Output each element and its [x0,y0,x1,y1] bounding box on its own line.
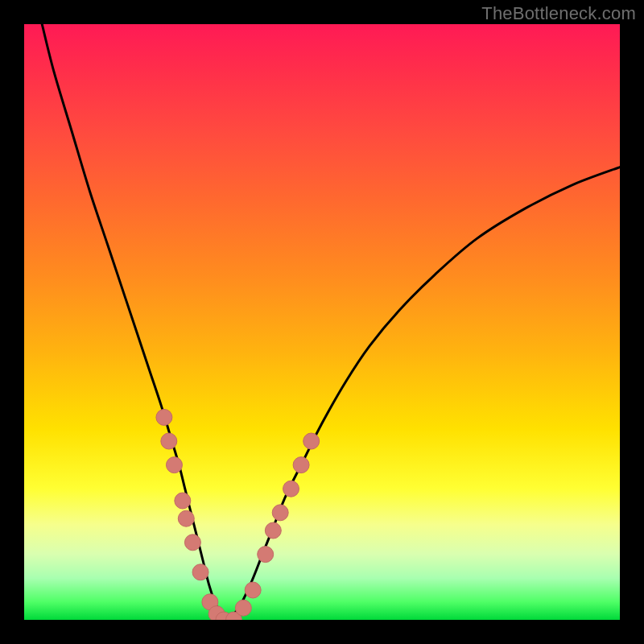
data-marker [258,547,274,563]
data-marker [245,582,261,598]
chart-frame: TheBottleneck.com [0,0,644,644]
data-marker [178,510,194,526]
data-marker [175,493,191,509]
data-marker [272,505,288,521]
data-marker [184,535,200,551]
data-marker [293,457,309,473]
bottleneck-curve [42,24,620,620]
plot-area [24,24,620,620]
plot-svg [24,24,620,620]
data-marker [192,564,208,580]
curve-path [42,24,620,620]
data-marker [166,457,182,473]
data-marker [265,522,281,539]
data-marker [235,600,251,616]
data-marker [156,409,172,425]
data-marker [283,481,299,497]
data-marker [303,433,320,449]
data-markers [156,409,320,620]
watermark-text: TheBottleneck.com [481,3,636,24]
data-marker [161,433,177,449]
